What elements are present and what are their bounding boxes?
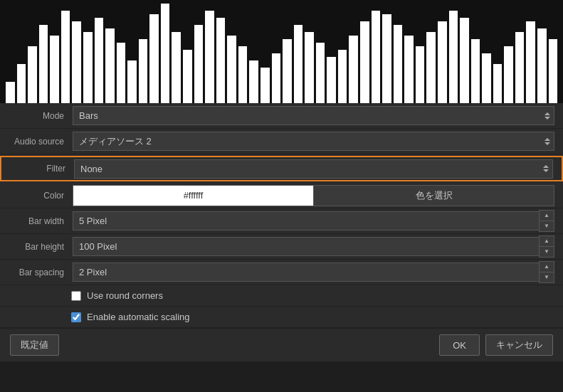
- visualizer-bar: [50, 36, 59, 103]
- color-picker-button[interactable]: 色を選択: [313, 185, 554, 206]
- color-control: 色を選択: [73, 185, 554, 206]
- bar-height-spinner-buttons: ▲ ▼: [539, 235, 554, 258]
- default-button[interactable]: 既定値: [10, 334, 59, 356]
- audio-source-row: Audio source メディアソース 2: [0, 129, 563, 154]
- bar-width-spinner-buttons: ▲ ▼: [539, 210, 554, 232]
- bottom-bar: 既定値 OK キャンセル: [0, 328, 563, 361]
- round-corners-row: Use round corners: [0, 285, 563, 307]
- cancel-button[interactable]: キャンセル: [485, 334, 553, 356]
- visualizer-bar: [515, 32, 525, 103]
- bar-height-down-button[interactable]: ▼: [540, 247, 554, 257]
- visualizer-bar: [283, 39, 292, 103]
- bar-spacing-up-button[interactable]: ▲: [540, 262, 554, 272]
- bar-spacing-down-button[interactable]: ▼: [540, 272, 554, 282]
- visualizer-bar: [72, 21, 81, 103]
- audio-source-select[interactable]: メディアソース 2: [73, 132, 554, 151]
- visualizer-bar: [161, 4, 170, 103]
- visualizer-bar: [438, 21, 447, 103]
- bar-width-label: Bar width: [9, 216, 73, 226]
- visualizer-bar: [549, 39, 558, 103]
- visualizer-bar: [83, 32, 93, 103]
- mode-select[interactable]: Bars: [73, 106, 554, 125]
- bar-height-row: Bar height ▲ ▼: [0, 234, 563, 260]
- audio-source-select-wrapper: メディアソース 2: [73, 132, 554, 151]
- visualizer-bar: [61, 11, 70, 103]
- mode-label: Mode: [9, 111, 73, 121]
- visualizer-bar: [172, 32, 181, 103]
- visualizer-bar: [117, 43, 126, 103]
- bar-width-down-button[interactable]: ▼: [540, 221, 554, 231]
- visualizer-bar: [327, 57, 336, 103]
- filter-select-wrapper: None: [74, 159, 553, 179]
- auto-scaling-checkbox[interactable]: [71, 312, 81, 322]
- visualizer-bar: [28, 46, 37, 103]
- visualizer-bar: [6, 82, 15, 103]
- bar-height-up-button[interactable]: ▲: [540, 236, 554, 246]
- bar-width-control: ▲ ▼: [73, 210, 554, 232]
- bar-width-row: Bar width ▲ ▼: [0, 208, 563, 234]
- visualizer-bar: [238, 46, 248, 103]
- filter-label: Filter: [10, 164, 74, 174]
- visualizer-bar: [404, 36, 414, 103]
- visualizer-bar: [149, 14, 159, 103]
- visualizer-bar: [493, 64, 503, 103]
- bar-width-spinner: ▲ ▼: [73, 210, 554, 232]
- auto-scaling-label[interactable]: Enable automatic scaling: [87, 312, 190, 322]
- audio-source-control: メディアソース 2: [73, 132, 554, 151]
- button-group: OK キャンセル: [439, 334, 553, 356]
- visualizer-bar: [205, 11, 214, 103]
- mode-control: Bars: [73, 106, 554, 125]
- visualizer: [0, 0, 563, 103]
- bar-width-input[interactable]: [73, 211, 539, 231]
- ok-button[interactable]: OK: [439, 334, 480, 356]
- audio-source-label: Audio source: [9, 137, 73, 147]
- bar-spacing-control: ▲ ▼: [73, 261, 554, 283]
- visualizer-bar: [504, 46, 513, 103]
- visualizer-bar: [460, 18, 469, 103]
- bar-spacing-spinner-buttons: ▲ ▼: [539, 261, 554, 283]
- round-corners-label[interactable]: Use round corners: [87, 290, 163, 301]
- visualizer-bar: [482, 53, 491, 103]
- visualizer-bar: [372, 11, 381, 103]
- visualizer-bar: [294, 25, 303, 103]
- color-hex-input[interactable]: [73, 185, 313, 206]
- bar-spacing-label: Bar spacing: [9, 267, 73, 277]
- visualizer-bar: [537, 28, 547, 103]
- bar-spacing-spinner: ▲ ▼: [73, 261, 554, 283]
- color-row: Color 色を選択: [0, 183, 563, 208]
- filter-row: Filter None: [0, 156, 563, 181]
- bar-width-up-button[interactable]: ▲: [540, 211, 554, 221]
- bar-spacing-input[interactable]: [73, 263, 539, 282]
- visualizer-bar: [316, 43, 325, 103]
- bar-height-spinner: ▲ ▼: [73, 235, 554, 258]
- bar-height-control: ▲ ▼: [73, 235, 554, 258]
- bar-spacing-row: Bar spacing ▲ ▼: [0, 260, 563, 285]
- visualizer-bar: [426, 32, 436, 103]
- visualizer-bar: [305, 32, 314, 103]
- visualizer-bar: [183, 50, 192, 103]
- visualizer-bar: [249, 60, 258, 103]
- visualizer-bar: [360, 21, 369, 103]
- settings-panel: Mode Bars Audio source メディアソース 2: [0, 103, 563, 328]
- visualizer-bar: [127, 60, 137, 103]
- visualizer-bar: [416, 46, 425, 103]
- filter-control: None: [74, 159, 553, 179]
- visualizer-bar: [95, 18, 104, 103]
- visualizer-bar: [394, 25, 403, 103]
- visualizer-bar: [382, 14, 391, 103]
- filter-select[interactable]: None: [74, 159, 553, 179]
- visualizer-bar: [471, 39, 480, 103]
- round-corners-checkbox[interactable]: [71, 291, 81, 301]
- visualizer-bar: [139, 39, 148, 103]
- color-label: Color: [9, 191, 73, 201]
- mode-select-wrapper: Bars: [73, 106, 554, 125]
- visualizer-bar: [349, 36, 358, 103]
- visualizer-bar: [105, 28, 115, 103]
- visualizer-bar: [17, 64, 26, 103]
- visualizer-bar: [338, 50, 347, 103]
- visualizer-bar: [194, 25, 204, 103]
- visualizer-bar: [526, 21, 535, 103]
- visualizer-bar: [261, 68, 270, 103]
- bar-height-label: Bar height: [9, 242, 73, 252]
- bar-height-input[interactable]: [73, 237, 539, 256]
